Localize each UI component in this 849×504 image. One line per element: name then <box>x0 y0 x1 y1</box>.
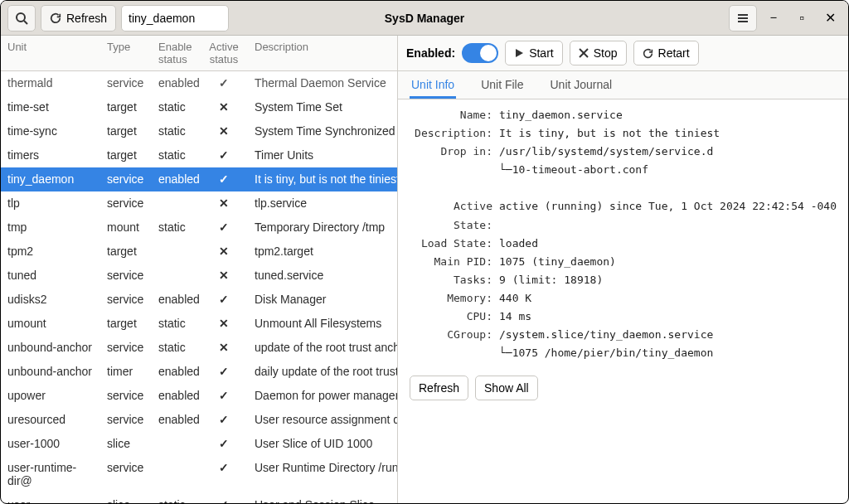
cell-desc: Daemon for power management <box>248 384 397 407</box>
info-row: CGroup:/system.slice/tiny_daemon.service <box>410 326 837 344</box>
cell-enable <box>152 456 200 492</box>
cell-active: ✓ <box>200 432 248 455</box>
table-row[interactable]: tiny_daemonserviceenabled✓It is tiny, bu… <box>1 167 397 191</box>
cell-active: ✓ <box>200 408 248 431</box>
restart-button[interactable]: Retart <box>633 41 699 65</box>
cell-type: service <box>100 71 152 94</box>
info-value: /system.slice/tiny_daemon.service <box>499 326 837 344</box>
cell-unit: user-1000 <box>1 432 100 455</box>
minimize-button[interactable]: － <box>762 7 785 30</box>
search-input[interactable] <box>121 5 229 32</box>
table-header: Unit Type Enable status Active status De… <box>1 36 397 71</box>
cell-type: service <box>100 384 152 407</box>
cell-desc: User and Session Slice <box>248 493 397 504</box>
cell-unit: tmp <box>1 216 100 239</box>
cell-desc: System Time Set <box>248 95 397 119</box>
hamburger-button[interactable] <box>729 5 757 32</box>
maximize-button[interactable]: ▫ <box>790 7 813 30</box>
cell-enable <box>152 191 200 215</box>
col-type[interactable]: Type <box>100 36 152 70</box>
table-row[interactable]: tpm2target✕tpm2.target <box>1 240 397 264</box>
table-row[interactable]: uresourcedserviceenabled✓User resource a… <box>1 408 397 432</box>
cell-type: service <box>100 408 152 431</box>
cell-active: ✓ <box>200 493 248 504</box>
cell-desc: Timer Units <box>248 143 397 167</box>
table-row[interactable]: udisks2serviceenabled✓Disk Manager <box>1 288 397 312</box>
col-desc[interactable]: Description <box>248 36 397 70</box>
unit-info: Name:tiny_daemon.serviceDescription:It i… <box>398 99 848 369</box>
info-refresh-button[interactable]: Refresh <box>410 376 468 400</box>
table-row[interactable]: user-1000slice✓User Slice of UID 1000 <box>1 432 397 456</box>
table-row[interactable]: timerstargetstatic✓Timer Units <box>1 143 397 167</box>
restart-icon <box>643 48 653 59</box>
cell-desc: Unmount All Filesystems <box>248 312 397 335</box>
table-row[interactable]: umounttargetstatic✕Unmount All Filesyste… <box>1 312 397 336</box>
action-bar: Enabled: Start Stop Retart <box>398 36 848 71</box>
info-row: Main PID:1075 (tiny_daemon) <box>410 253 837 271</box>
col-active[interactable]: Active status <box>200 36 248 70</box>
table-row[interactable]: tunedservice✕tuned.service <box>1 264 397 288</box>
cell-active: ✓ <box>200 143 248 167</box>
tab-unit-journal[interactable]: Unit Journal <box>549 71 614 99</box>
stop-button[interactable]: Stop <box>570 41 627 65</box>
table-body: thermaldserviceenabled✓Thermal Daemon Se… <box>1 71 397 504</box>
table-row[interactable]: time-settargetstatic✕System Time Set <box>1 95 397 119</box>
cell-desc: User Slice of UID 1000 <box>248 432 397 455</box>
table-row[interactable]: unbound-anchortimerenabled✓daily update … <box>1 360 397 384</box>
cell-type: service <box>100 456 152 492</box>
enabled-toggle[interactable] <box>462 43 498 63</box>
tab-unit-file[interactable]: Unit File <box>479 71 525 99</box>
info-value: 14 ms <box>499 308 837 326</box>
app-title: SysD Manager <box>385 12 464 25</box>
col-unit[interactable]: Unit <box>1 36 100 70</box>
cell-desc: Disk Manager <box>248 288 397 311</box>
cell-enable <box>152 240 200 263</box>
table-row[interactable]: tlpservice✕tlp.service <box>1 191 397 216</box>
cell-unit: tpm2 <box>1 240 100 263</box>
info-label <box>410 161 499 179</box>
hamburger-icon <box>736 12 750 25</box>
info-label: Load State: <box>410 235 499 253</box>
cell-type: service <box>100 336 152 359</box>
cell-active: ✕ <box>200 95 248 119</box>
info-value: /usr/lib/systemd/system/service.d <box>499 143 837 161</box>
table-row[interactable]: user-runtime-dir@service✓User Runtime Di… <box>1 456 397 493</box>
table-row[interactable]: tmpmountstatic✓Temporary Directory /tmp <box>1 216 397 240</box>
titlebar: Refresh SysD Manager － ▫ ✕ <box>1 1 848 36</box>
table-row[interactable]: upowerserviceenabled✓Daemon for power ma… <box>1 384 397 408</box>
info-label: CPU: <box>410 308 499 326</box>
detail-panel: Enabled: Start Stop Retart Unit Info Uni… <box>398 36 848 504</box>
cell-unit: unbound-anchor <box>1 336 100 359</box>
info-row: Tasks:9 (limit: 18918) <box>410 271 837 289</box>
info-row: Active State:active (running) since Tue,… <box>410 197 837 234</box>
table-row[interactable]: time-synctargetstatic✕System Time Synchr… <box>1 119 397 143</box>
cell-desc: tlp.service <box>248 191 397 215</box>
cell-unit: time-sync <box>1 119 100 143</box>
cell-desc: Thermal Daemon Service <box>248 71 397 94</box>
cell-unit: user <box>1 493 100 504</box>
col-enable[interactable]: Enable status <box>152 36 200 70</box>
close-button[interactable]: ✕ <box>818 7 842 30</box>
cell-enable: static <box>152 216 200 239</box>
search-button[interactable] <box>7 5 36 32</box>
info-showall-button[interactable]: Show All <box>475 376 538 400</box>
cell-desc: User resource assignment daemon <box>248 408 397 431</box>
cell-desc: daily update of the root trust anchor <box>248 360 397 383</box>
start-button[interactable]: Start <box>505 41 563 65</box>
cell-desc: tuned.service <box>248 264 397 287</box>
table-row[interactable]: thermaldserviceenabled✓Thermal Daemon Se… <box>1 71 397 95</box>
search-icon <box>15 12 28 25</box>
cell-type: target <box>100 95 152 119</box>
refresh-button[interactable]: Refresh <box>41 5 116 32</box>
table-row[interactable]: unbound-anchorservicestatic✕update of th… <box>1 336 397 360</box>
info-value: active (running) since Tue, 1 Oct 2024 2… <box>499 197 837 234</box>
cell-unit: tiny_daemon <box>1 167 100 191</box>
cell-active: ✓ <box>200 216 248 239</box>
cell-desc: update of the root trust anchor for <box>248 336 397 359</box>
cell-type: service <box>100 288 152 311</box>
info-row: └─1075 /home/pier/bin/tiny_daemon <box>410 344 837 362</box>
cell-enable: enabled <box>152 360 200 383</box>
table-row[interactable]: userslicestatic✓User and Session Slice <box>1 493 397 504</box>
tab-unit-info[interactable]: Unit Info <box>410 71 456 99</box>
cell-active: ✕ <box>200 336 248 359</box>
